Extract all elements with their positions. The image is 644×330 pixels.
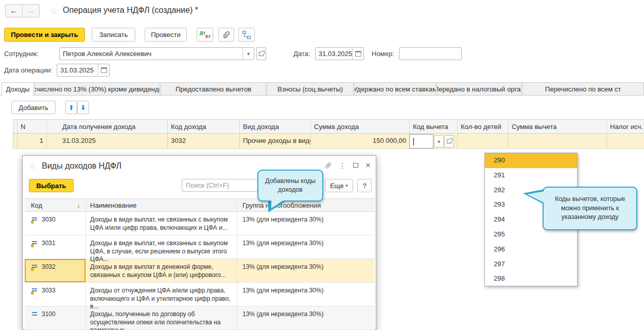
income-kind-group: 13% (для нерезидента 30%) bbox=[237, 306, 373, 329]
col-group[interactable]: Группа налогообложения bbox=[237, 201, 373, 209]
operation-date-calendar-button[interactable] bbox=[98, 64, 109, 76]
paperclip-icon bbox=[222, 30, 231, 39]
tab-uderzhano[interactable]: Удержано по всем ставкам bbox=[354, 82, 436, 96]
post-button[interactable]: Провести bbox=[145, 28, 187, 42]
income-kind-name: Доходы в виде выплат, не связанных с вык… bbox=[85, 235, 237, 259]
callout-deductions: Коды вычетов, которые можно применить к … bbox=[543, 187, 637, 230]
deduction-open-button[interactable] bbox=[444, 135, 454, 148]
grid-data-row[interactable]: 1 31.03.2025 3032 Прочие доходы в виде Ц… bbox=[13, 134, 644, 149]
cell-n[interactable]: 1 bbox=[17, 134, 46, 149]
income-kind-row[interactable]: 3030 Доходы в виде выплат, не связанных … bbox=[25, 212, 375, 235]
number-input[interactable] bbox=[399, 47, 462, 60]
move-row-down-button[interactable]: ⬇ bbox=[77, 101, 89, 114]
reference-item-icon bbox=[31, 264, 38, 270]
favorite-star-icon[interactable]: ☆ bbox=[29, 161, 37, 172]
date-input[interactable]: 31.03.2025 bbox=[315, 47, 364, 60]
col-income-date[interactable]: Дата получения дохода bbox=[46, 120, 167, 133]
col-n[interactable]: N bbox=[17, 120, 46, 133]
operation-date-input[interactable]: 31.03.2025 bbox=[57, 64, 110, 77]
tab-perechisleno[interactable]: Перечислено по всем ст bbox=[522, 82, 644, 96]
down-arrow-icon: ⬇ bbox=[80, 104, 86, 112]
structure-button[interactable] bbox=[238, 28, 255, 42]
nav-forward-button[interactable]: → bbox=[22, 4, 40, 17]
reference-item-icon bbox=[31, 241, 38, 247]
cell-deduction-sum[interactable] bbox=[508, 134, 606, 149]
col-name[interactable]: Наименование bbox=[85, 201, 237, 209]
income-kind-name: Доходы в виде выплат в денежной форме, с… bbox=[85, 259, 237, 282]
tab-vznosy[interactable]: Взносы (соц.вычеты) bbox=[267, 82, 354, 96]
employee-input[interactable]: Петров Алексей Алексеевич ▾ bbox=[59, 47, 254, 60]
cell-income-amount[interactable]: 150 000,00 bbox=[310, 134, 409, 149]
income-kind-row[interactable]: 3032 Доходы в виде выплат в денежной фор… bbox=[25, 259, 375, 283]
income-kind-code: 3031 bbox=[42, 240, 56, 247]
income-kind-row[interactable]: 3100 Доходы, полученные по договору об о… bbox=[25, 306, 375, 330]
attachments-button[interactable] bbox=[218, 28, 234, 42]
col-tax-calculated[interactable]: Налог исч. bbox=[606, 120, 644, 133]
more-button[interactable]: Еще ▾ bbox=[325, 179, 353, 192]
cell-tax-calculated[interactable] bbox=[606, 134, 644, 149]
reference-item-icon bbox=[31, 311, 38, 318]
deduction-code-option[interactable]: 291 bbox=[485, 168, 577, 183]
select-button[interactable]: Выбрать bbox=[29, 179, 74, 192]
tab-dohody[interactable]: Доходы bbox=[2, 82, 34, 96]
add-row-button[interactable]: Добавить bbox=[11, 101, 56, 114]
operation-date-label: Дата операции: bbox=[4, 66, 53, 74]
deduction-code-editor[interactable]: ▾ bbox=[409, 134, 457, 149]
number-label: Номер: bbox=[372, 50, 394, 58]
deduction-code-option[interactable]: 298 bbox=[485, 271, 577, 286]
income-kind-row[interactable]: 3031 Доходы в виде выплат, не связанных … bbox=[25, 235, 375, 259]
tab-predostavleno[interactable]: Предоставлено вычетов bbox=[161, 82, 266, 96]
callout-tail bbox=[271, 199, 285, 208]
employee-value: Петров Алексей Алексеевич bbox=[63, 50, 151, 58]
post-and-close-button[interactable]: Провести и закрыть bbox=[4, 28, 85, 42]
page-title: Операция учета НДФЛ (создание) * bbox=[63, 6, 198, 15]
col-deduction-code[interactable]: Код вычета bbox=[409, 120, 457, 133]
get-link-icon[interactable] bbox=[325, 162, 332, 169]
date-calendar-button[interactable] bbox=[352, 48, 363, 60]
structure-icon bbox=[242, 31, 251, 39]
deduction-code-option[interactable]: 290 bbox=[485, 153, 577, 168]
move-row-up-button[interactable]: ⬆ bbox=[65, 101, 77, 114]
calendar-icon bbox=[101, 67, 107, 73]
tab-ischisleno[interactable]: Исчислено по 13% (30%) кроме дивидендов bbox=[34, 82, 160, 96]
deduction-dropdown-button[interactable]: ▾ bbox=[434, 135, 444, 148]
cell-children-count[interactable] bbox=[457, 134, 508, 149]
modal-title: Виды доходов НДФЛ bbox=[42, 161, 121, 171]
nav-back-button[interactable]: ← bbox=[5, 4, 23, 17]
income-kind-group: 13% (для нерезидента 30%) bbox=[237, 259, 373, 282]
tab-peredano[interactable]: Передано в налоговый орган bbox=[437, 82, 521, 96]
close-icon[interactable]: × bbox=[365, 161, 371, 170]
col-income-kind[interactable]: Вид дохода bbox=[239, 120, 310, 133]
col-children-count[interactable]: Кол-во детей bbox=[457, 120, 508, 133]
help-button[interactable]: ? bbox=[357, 179, 372, 192]
cell-income-code[interactable]: 3032 bbox=[167, 134, 239, 149]
row-selector-column bbox=[13, 120, 17, 133]
col-code[interactable]: Код ↓ bbox=[25, 201, 85, 209]
sort-desc-icon: ↓ bbox=[77, 201, 81, 209]
col-income-amount[interactable]: Сумма дохода bbox=[310, 120, 409, 133]
more-menu-icon[interactable]: ⋮ bbox=[339, 161, 346, 170]
text-caret bbox=[413, 138, 414, 145]
col-income-code[interactable]: Код дохода bbox=[167, 120, 239, 133]
income-kind-row[interactable]: 3033 Доходы от отчуждения ЦФА и/или цифр… bbox=[25, 283, 375, 306]
dt-kt-postings-button[interactable]: ДтКт bbox=[197, 28, 213, 42]
deduction-code-editbox[interactable] bbox=[409, 134, 433, 149]
col-deduction-sum[interactable]: Сумма вычета bbox=[508, 120, 606, 133]
write-button[interactable]: Записать bbox=[92, 28, 135, 42]
callout-tail bbox=[527, 191, 545, 203]
income-kind-name: Доходы в виде выплат, не связанных с вык… bbox=[85, 212, 237, 235]
deduction-code-option[interactable]: 296 bbox=[485, 242, 577, 257]
chevron-down-icon: ▾ bbox=[345, 183, 348, 188]
deduction-code-option[interactable]: 297 bbox=[485, 257, 577, 272]
cell-income-kind[interactable]: Прочие доходы в виде ЦФА bbox=[239, 134, 310, 149]
maximize-icon[interactable] bbox=[353, 163, 358, 168]
reference-item-icon bbox=[31, 217, 38, 223]
income-kinds-table: Код ↓ Наименование Группа налогообложени… bbox=[25, 198, 375, 330]
callout-incomes: Добавлены коды доходов bbox=[257, 170, 323, 201]
up-arrow-icon: ⬆ bbox=[68, 104, 74, 112]
favorite-star-icon[interactable]: ☆ bbox=[50, 6, 58, 16]
cell-income-date[interactable]: 31.03.2025 bbox=[46, 134, 167, 149]
employee-open-button[interactable] bbox=[256, 47, 266, 60]
row-selector-cell bbox=[13, 134, 17, 149]
employee-dropdown-icon[interactable]: ▾ bbox=[242, 48, 254, 60]
